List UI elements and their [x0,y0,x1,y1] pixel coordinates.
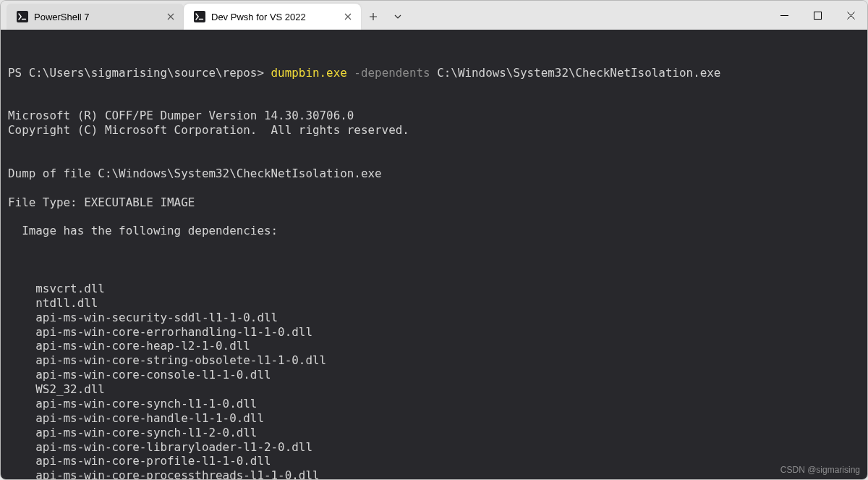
dependency-line: api-ms-win-core-synch-l1-1-0.dll [8,397,860,411]
output-header: Microsoft (R) COFF/PE Dumper Version 14.… [8,109,860,253]
tab-label: PowerShell 7 [34,12,159,22]
dependency-line: api-ms-win-core-handle-l1-1-0.dll [8,411,860,426]
terminal-pane[interactable]: PS C:\Users\sigmarising\source\repos> du… [1,30,867,479]
output-line [8,238,860,253]
close-window-button[interactable] [834,1,867,30]
svg-rect-2 [814,12,821,19]
command-flag: -dependents [347,66,430,80]
svg-rect-1 [194,11,205,22]
svg-rect-0 [17,11,28,22]
output-line: Image has the following dependencies: [8,224,860,238]
titlebar: PowerShell 7 Dev Pwsh for VS 2022 [1,1,867,30]
output-line [8,210,860,224]
dependency-line: api-ms-win-core-libraryloader-l1-2-0.dll [8,440,860,455]
dependency-line: api-ms-win-core-string-obsolete-l1-1-0.d… [8,353,860,368]
dependency-line: ntdll.dll [8,296,860,311]
powershell-icon [17,11,28,22]
dependency-line: WS2_32.dll [8,382,860,397]
output-line: File Type: EXECUTABLE IMAGE [8,195,860,210]
prompt-prefix: PS C:\Users\sigmarising\source\repos> [8,66,271,80]
output-line: Dump of file C:\Windows\System32\CheckNe… [8,167,860,181]
output-line [8,181,860,195]
dependency-list: msvcrt.dll ntdll.dll api-ms-win-security… [8,282,860,479]
window-controls [767,1,867,30]
output-line: Microsoft (R) COFF/PE Dumper Version 14.… [8,109,860,123]
titlebar-drag-region[interactable] [410,1,767,30]
prompt-line: PS C:\Users\sigmarising\source\repos> du… [8,66,860,80]
dependency-line: api-ms-win-core-processthreads-l1-1-0.dl… [8,468,860,479]
command-executable: dumpbin.exe [271,66,347,80]
dependency-line: api-ms-win-core-heap-l2-1-0.dll [8,339,860,353]
maximize-button[interactable] [801,1,834,30]
powershell-icon [194,11,205,22]
watermark: CSDN @sigmarising [780,465,860,476]
tab-label: Dev Pwsh for VS 2022 [211,12,336,22]
dependency-line: api-ms-win-core-errorhandling-l1-1-0.dll [8,325,860,340]
minimize-button[interactable] [767,1,801,30]
output-line [8,138,860,152]
tab-strip: PowerShell 7 Dev Pwsh for VS 2022 [1,1,410,30]
tab-dropdown-button[interactable] [386,4,410,30]
close-icon[interactable] [342,11,354,22]
new-tab-button[interactable] [361,4,386,30]
terminal-window: PowerShell 7 Dev Pwsh for VS 2022 [0,0,868,480]
dependency-line: api-ms-win-security-sddl-l1-1-0.dll [8,311,860,325]
command-arg: C:\Windows\System32\CheckNetIsolation.ex… [430,66,721,80]
dependency-line: api-ms-win-core-console-l1-1-0.dll [8,368,860,382]
output-line: Copyright (C) Microsoft Corporation. All… [8,123,860,138]
dependency-line: msvcrt.dll [8,282,860,296]
dependency-line: api-ms-win-core-synch-l1-2-0.dll [8,426,860,440]
tab-powershell[interactable]: PowerShell 7 [7,4,184,30]
output-line [8,152,860,167]
dependency-line: api-ms-win-core-profile-l1-1-0.dll [8,454,860,468]
close-icon[interactable] [165,11,176,22]
tab-dev-pwsh[interactable]: Dev Pwsh for VS 2022 [184,4,361,30]
